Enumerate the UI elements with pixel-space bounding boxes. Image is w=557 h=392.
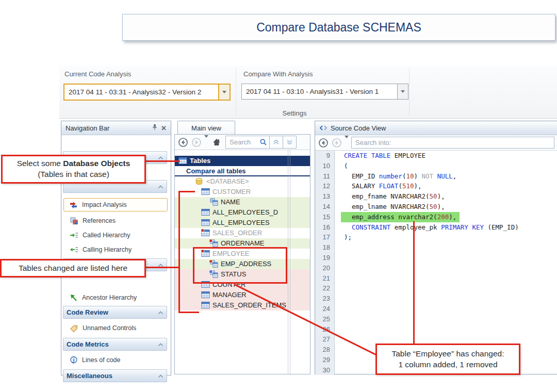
section-label: Miscellaneous <box>67 372 112 380</box>
code-line: SALARY FLOAT(510), <box>344 181 557 191</box>
section-label: Code Review <box>67 308 108 316</box>
line-number: 23 <box>315 293 330 304</box>
tree-column-divider <box>290 150 290 374</box>
tree-row-label: SALES_ORDER <box>212 229 262 237</box>
callout-line: Select some Database Objects <box>17 158 130 169</box>
line-number: 16 <box>315 222 330 233</box>
references-icon <box>70 217 78 225</box>
line-number: 24 <box>315 304 330 314</box>
line-number: 13 <box>315 191 330 202</box>
sidebar-item-references[interactable]: References <box>64 214 167 227</box>
tab-main-view[interactable]: Main view <box>177 121 235 135</box>
back-button[interactable] <box>177 137 188 148</box>
sidebar-section-code-review[interactable]: Code Review <box>63 306 167 319</box>
current-analysis-combo[interactable]: 2017 04 11 - 03:31 - Analysis32 - Versio… <box>63 84 231 101</box>
ribbon: Current Code Analysis 2017 04 11 - 03:31… <box>59 66 557 119</box>
code-line <box>344 242 557 253</box>
line-number: 27 <box>315 334 330 345</box>
home-icon[interactable] <box>211 137 222 148</box>
highlighted-code-line: emp_address nvarchar2(200), <box>341 212 460 222</box>
section-label: Code Metrics <box>67 340 109 348</box>
search-next-button[interactable] <box>283 136 296 148</box>
navigation-panel-title: Navigation Bar <box>65 124 149 132</box>
line-number: 11 <box>315 171 330 182</box>
sidebar-item-ancestor-hierarchy[interactable]: Ancestor Hierarchy <box>64 291 167 304</box>
tree-row-label: NAME <box>221 198 240 206</box>
line-number-gutter: 9101112131415161718192021222324252627282… <box>315 151 335 375</box>
ribbon-divider <box>409 68 409 116</box>
current-analysis-value: 2017 04 11 - 03:31 - Analysis32 - Versio… <box>64 85 218 100</box>
history-dropdown-icon[interactable] <box>345 138 349 148</box>
code-line: emp_address nvarchar2(200), <box>344 212 557 222</box>
code-search-input[interactable] <box>351 137 554 149</box>
sidebar-item-label: Unnamed Controls <box>83 324 136 332</box>
app-root: Compare Database SCHEMAS Current Code An… <box>0 0 557 392</box>
calling-hierarchy-icon <box>70 246 78 254</box>
line-number: 18 <box>315 242 330 253</box>
chevron-down-icon[interactable] <box>218 85 230 100</box>
svg-text:i: i <box>73 357 75 363</box>
tree-row-label: Tables <box>190 157 210 165</box>
chevron-up-icon[interactable] <box>158 340 163 348</box>
sidebar-item-impact-analysis[interactable]: Impact Analysis <box>63 198 168 211</box>
code-line <box>344 304 557 314</box>
tree-row-label: Compare all tables <box>186 167 246 175</box>
callout-employee-changed: Table “Employee” has changed: 1 column a… <box>375 344 520 375</box>
ribbon-divider <box>236 68 236 116</box>
tree-row-label: ORDERNAME <box>221 239 265 247</box>
sidebar-item-called-hierarchy[interactable]: Called Hierarchy <box>64 228 167 242</box>
info-icon: i <box>70 356 78 364</box>
forward-button[interactable] <box>331 137 342 148</box>
history-dropdown-icon[interactable] <box>204 138 208 147</box>
code-line <box>344 283 557 293</box>
code-line: emp_fname NVARCHAR2(50), <box>344 191 557 202</box>
search-previous-button[interactable] <box>269 136 283 148</box>
sidebar-section-code-metrics[interactable]: Code Metrics <box>63 338 167 351</box>
annotation-bracket <box>178 191 195 192</box>
chevron-down-icon[interactable] <box>397 84 408 99</box>
column-icon <box>209 198 218 207</box>
callout-line: Table “Employee” has changed: <box>392 349 504 360</box>
line-number: 15 <box>315 212 330 222</box>
sidebar-item-calling-hierarchy[interactable]: Calling Hierarchy <box>64 243 167 256</box>
chevron-up-icon[interactable] <box>158 308 163 316</box>
back-button[interactable] <box>318 137 329 148</box>
line-number: 21 <box>315 273 330 284</box>
code-line: ( <box>344 161 557 171</box>
tree-row-label: CUSTOMER <box>212 188 251 195</box>
tree-row-label: ALL_EMPLOYEES_D <box>212 208 278 216</box>
current-analysis-label: Current Code Analysis <box>64 70 131 78</box>
search-icon <box>259 138 269 146</box>
source-code-panel: Source Code View 91011121314151617181920… <box>315 121 557 374</box>
compare-analysis-combo[interactable]: 2017 04 11 - 03:10 - Analysis31 - Versio… <box>241 84 408 100</box>
sidebar-item-label: References <box>83 217 116 224</box>
line-number: 10 <box>315 161 330 171</box>
table-icon <box>201 208 210 218</box>
sidebar-item-lines-of-code[interactable]: iLines of code <box>64 353 167 367</box>
compare-analysis-label: Compare With Analysis <box>243 70 313 78</box>
line-number: 19 <box>315 253 330 263</box>
tree-row-label: MANAGER <box>212 291 247 299</box>
annotation-connector <box>146 160 180 162</box>
callout-tables-changed: Tables changed are listed here <box>0 259 146 277</box>
code-line <box>344 273 557 284</box>
sidebar-item-label: Lines of code <box>82 356 120 364</box>
called-hierarchy-icon <box>70 231 78 239</box>
compare-analysis-value: 2017 04 11 - 03:10 - Analysis31 - Versio… <box>242 84 397 99</box>
chevron-up-icon[interactable] <box>158 183 163 190</box>
pin-icon[interactable] <box>152 124 158 132</box>
impact-analysis-icon <box>69 201 78 209</box>
tree-search-input[interactable] <box>226 138 259 146</box>
tree-row-label: <DATABASE> <box>206 177 249 185</box>
callout-line: Tables changed are listed here <box>19 263 127 274</box>
sidebar-item-unnamed-controls[interactable]: Unnamed Controls <box>64 321 167 335</box>
chevron-up-icon[interactable] <box>158 372 163 380</box>
line-number: 29 <box>315 355 330 365</box>
source-code-toolbar <box>315 135 557 151</box>
close-icon[interactable]: ✕ <box>161 124 167 132</box>
annotation-bracket <box>178 191 180 313</box>
sidebar-section-miscellaneous[interactable]: Miscellaneous <box>63 369 167 382</box>
forward-button[interactable] <box>191 137 202 148</box>
line-number: 12 <box>315 181 330 191</box>
code-line <box>344 324 557 335</box>
